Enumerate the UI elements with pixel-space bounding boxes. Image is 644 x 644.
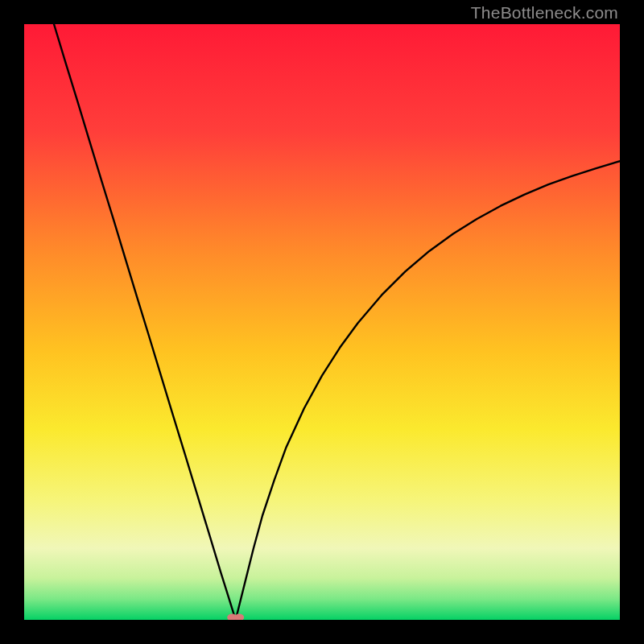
svg-point-2 <box>234 614 244 621</box>
bottleneck-curve <box>54 24 620 620</box>
minimum-marker <box>227 614 244 621</box>
curve-layer <box>24 24 620 620</box>
chart-frame: TheBottleneck.com <box>0 0 644 644</box>
watermark-text: TheBottleneck.com <box>471 3 618 23</box>
plot-area <box>24 24 620 620</box>
